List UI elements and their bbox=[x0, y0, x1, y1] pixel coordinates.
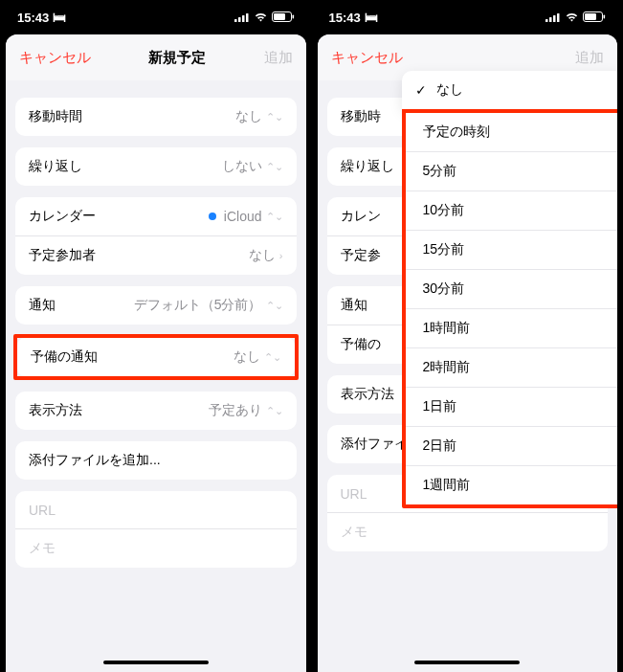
label-alert: 通知 bbox=[29, 297, 56, 314]
modal-sheet: キャンセル 追加 移動時 繰り返し カレン bbox=[318, 34, 618, 672]
value-repeat: しない bbox=[222, 158, 262, 175]
svg-rect-10 bbox=[557, 13, 560, 22]
status-bar: 15:43 🛏 bbox=[312, 0, 624, 34]
label-repeat: 繰り返し bbox=[341, 158, 394, 175]
popup-option[interactable]: 1日前 bbox=[406, 387, 618, 426]
label-show-as: 表示方法 bbox=[29, 402, 82, 419]
dnd-bed-icon: 🛏 bbox=[53, 10, 66, 25]
svg-rect-7 bbox=[545, 19, 548, 22]
value-invitees: なし bbox=[249, 247, 276, 264]
row-second-alert[interactable]: 予備の通知 なし⌃⌄ bbox=[17, 338, 295, 376]
home-indicator[interactable] bbox=[414, 661, 520, 664]
status-bar: 15:43 🛏 bbox=[0, 0, 312, 34]
label-second-alert: 予備の bbox=[341, 336, 381, 353]
highlight-second-alert: 予備の通知 なし⌃⌄ bbox=[13, 334, 299, 380]
value-show-as: 予定あり bbox=[209, 402, 262, 419]
svg-rect-13 bbox=[604, 14, 606, 18]
highlight-popup-options: 予定の時刻 5分前 10分前 15分前 30分前 1時間前 2時間前 1日前 2… bbox=[402, 109, 618, 508]
popup-option[interactable]: 2時間前 bbox=[406, 347, 618, 387]
popup-option[interactable]: 30分前 bbox=[406, 269, 618, 308]
row-memo[interactable]: メモ bbox=[15, 529, 297, 568]
nav-bar: キャンセル 新規予定 追加 bbox=[6, 34, 306, 80]
battery-icon bbox=[583, 11, 606, 25]
add-button[interactable]: 追加 bbox=[264, 49, 293, 67]
home-indicator[interactable] bbox=[103, 661, 209, 664]
signal-icon bbox=[234, 11, 250, 25]
group-attachment: 添付ファイルを追加... bbox=[15, 441, 297, 480]
svg-rect-6 bbox=[292, 14, 294, 18]
calendar-dot-icon bbox=[209, 213, 216, 220]
wifi-icon bbox=[254, 11, 268, 25]
value-travel-time: なし bbox=[235, 108, 262, 125]
status-icons bbox=[545, 11, 606, 25]
label-show-as: 表示方法 bbox=[341, 386, 394, 403]
label-invitees: 予定参加者 bbox=[29, 247, 96, 264]
add-button[interactable]: 追加 bbox=[575, 49, 604, 67]
row-url[interactable]: URL bbox=[15, 491, 297, 529]
cancel-button[interactable]: キャンセル bbox=[19, 49, 91, 67]
placeholder-memo: メモ bbox=[29, 540, 56, 557]
checkmark-icon: ✓ bbox=[415, 82, 427, 98]
chevron-right-icon: › bbox=[279, 250, 283, 261]
status-icons bbox=[234, 11, 295, 25]
battery-icon bbox=[272, 11, 295, 25]
phone-left: 15:43 🛏 キャンセル 新規予定 追加 移動時間 なし⌃⌄ bbox=[0, 0, 312, 672]
popup-option[interactable]: 予定の時刻 bbox=[406, 113, 618, 151]
value-calendar: iCloud bbox=[224, 209, 262, 224]
popup-selected-label: なし bbox=[436, 81, 463, 99]
group-calendar: カレンダー iCloud⌃⌄ 予定参加者 なし› bbox=[15, 197, 297, 275]
updown-icon: ⌃⌄ bbox=[266, 161, 283, 173]
svg-rect-9 bbox=[553, 15, 556, 22]
popup-option[interactable]: 15分前 bbox=[406, 230, 618, 269]
row-attachment[interactable]: 添付ファイルを追加... bbox=[15, 441, 297, 480]
placeholder-memo: メモ bbox=[341, 524, 367, 541]
popup-option[interactable]: 1週間前 bbox=[406, 465, 618, 504]
label-calendar: カレンダー bbox=[29, 208, 96, 225]
label-travel-time: 移動時 bbox=[341, 108, 381, 125]
value-alert: デフォルト（5分前） bbox=[134, 297, 262, 314]
label-calendar: カレン bbox=[341, 208, 381, 225]
row-show-as[interactable]: 表示方法 予定あり⌃⌄ bbox=[15, 392, 297, 430]
status-time: 15:43 bbox=[17, 11, 49, 25]
group-show-as: 表示方法 予定あり⌃⌄ bbox=[15, 392, 297, 430]
alert-options-popup: ✓ なし 予定の時刻 5分前 10分前 15分前 30分前 1時間前 2時間前 … bbox=[402, 71, 618, 508]
row-invitees[interactable]: 予定参加者 なし› bbox=[15, 236, 297, 275]
updown-icon: ⌃⌄ bbox=[266, 405, 283, 417]
row-travel-time[interactable]: 移動時間 なし⌃⌄ bbox=[15, 98, 297, 136]
svg-rect-1 bbox=[238, 17, 241, 22]
dnd-bed-icon: 🛏 bbox=[365, 10, 378, 25]
label-alert: 通知 bbox=[341, 297, 367, 314]
form-content: 移動時間 なし⌃⌄ 繰り返し しない⌃⌄ カレンダー iCloud⌃⌄ 予定参加… bbox=[6, 80, 306, 672]
row-repeat[interactable]: 繰り返し しない⌃⌄ bbox=[15, 147, 297, 186]
placeholder-url: URL bbox=[341, 486, 367, 502]
popup-option[interactable]: 5分前 bbox=[406, 151, 618, 190]
svg-rect-0 bbox=[234, 19, 237, 22]
label-repeat: 繰り返し bbox=[29, 158, 82, 175]
row-alert[interactable]: 通知 デフォルト（5分前）⌃⌄ bbox=[15, 286, 297, 325]
updown-icon: ⌃⌄ bbox=[264, 351, 281, 364]
group-repeat: 繰り返し しない⌃⌄ bbox=[15, 147, 297, 186]
label-invitees: 予定参 bbox=[341, 247, 381, 264]
updown-icon: ⌃⌄ bbox=[266, 211, 283, 223]
popup-option[interactable]: 1時間前 bbox=[406, 308, 618, 347]
svg-rect-8 bbox=[549, 17, 552, 22]
group-travel: 移動時間 なし⌃⌄ bbox=[15, 98, 297, 136]
signal-icon bbox=[545, 11, 561, 25]
label-travel-time: 移動時間 bbox=[29, 108, 82, 125]
status-time: 15:43 bbox=[329, 11, 361, 25]
row-calendar[interactable]: カレンダー iCloud⌃⌄ bbox=[15, 197, 297, 236]
placeholder-url: URL bbox=[29, 503, 56, 518]
svg-rect-2 bbox=[242, 15, 245, 22]
popup-selected-row[interactable]: ✓ なし bbox=[402, 71, 618, 109]
phone-right: 15:43 🛏 キャンセル 追加 移動時 bbox=[312, 0, 624, 672]
nav-title: 新規予定 bbox=[148, 49, 206, 67]
cancel-button[interactable]: キャンセル bbox=[331, 49, 403, 67]
row-memo[interactable]: メモ bbox=[327, 513, 609, 551]
label-second-alert: 予備の通知 bbox=[31, 348, 98, 366]
popup-option[interactable]: 2日前 bbox=[406, 426, 618, 465]
popup-option[interactable]: 10分前 bbox=[406, 190, 618, 230]
svg-rect-5 bbox=[274, 13, 285, 20]
value-second-alert: なし bbox=[234, 348, 260, 366]
label-attachment: 添付ファイルを追加... bbox=[29, 452, 161, 469]
group-alert: 通知 デフォルト（5分前）⌃⌄ bbox=[15, 286, 297, 325]
